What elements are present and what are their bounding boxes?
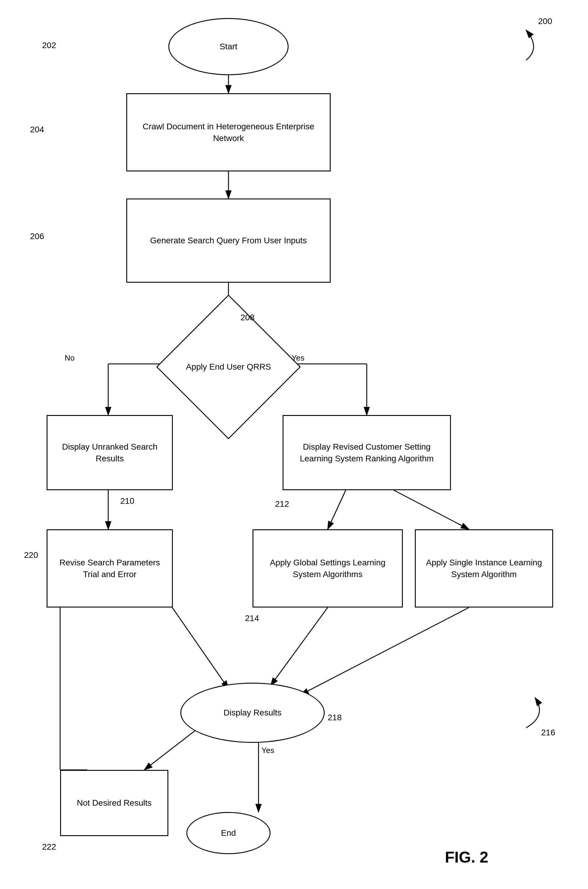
ref-202: 202: [42, 41, 56, 50]
ref-218: 218: [328, 713, 342, 722]
yes-label-diamond: Yes: [292, 353, 304, 363]
unranked-box: Display Unranked Search Results: [46, 415, 173, 490]
display-results-ellipse: Display Results: [180, 683, 325, 743]
ref-222: 222: [42, 842, 56, 852]
start-label: Start: [216, 38, 240, 56]
ref-220: 220: [24, 550, 38, 560]
ref-204: 204: [30, 125, 44, 134]
end-label: End: [218, 824, 239, 842]
not-desired-label: Not Desired Results: [74, 794, 155, 812]
figure-label: FIG. 2: [445, 848, 488, 866]
generate-label: Generate Search Query From User Inputs: [147, 231, 310, 249]
ref-200: 200: [538, 17, 552, 26]
svg-line-10: [394, 490, 469, 529]
single-label: Apply Single Instance Learning System Al…: [416, 554, 552, 583]
global-label: Apply Global Settings Learning System Al…: [254, 554, 402, 583]
svg-line-11: [270, 608, 328, 686]
ref-216: 216: [541, 728, 555, 737]
start-ellipse: Start: [168, 18, 289, 75]
generate-box: Generate Search Query From User Inputs: [126, 198, 331, 283]
ref-214: 214: [245, 614, 259, 623]
not-desired-box: Not Desired Results: [60, 770, 168, 836]
diamond-label: Apply End User QRRS: [183, 358, 274, 375]
end-ellipse: End: [186, 812, 270, 854]
revise-box: Revise Search Parameters Trial and Error: [46, 529, 173, 608]
svg-line-12: [301, 608, 469, 695]
diamond-qrrs: Apply End User QRRS: [156, 295, 301, 439]
revised-label: Display Revised Customer Setting Learnin…: [284, 438, 450, 467]
ref-210: 210: [120, 496, 134, 506]
revised-box: Display Revised Customer Setting Learnin…: [283, 415, 451, 490]
diagram-container: Start 202 200 Crawl Document in Heteroge…: [0, 0, 588, 889]
crawl-label: Crawl Document in Heterogeneous Enterpri…: [127, 117, 330, 147]
ref-212: 212: [275, 499, 289, 509]
display-results-label: Display Results: [220, 704, 285, 721]
crawl-box: Crawl Document in Heterogeneous Enterpri…: [126, 93, 331, 171]
ref-206: 206: [30, 231, 44, 241]
no-label: No: [64, 353, 75, 363]
single-box: Apply Single Instance Learning System Al…: [415, 529, 553, 608]
global-box: Apply Global Settings Learning System Al…: [252, 529, 403, 608]
yes-label-bottom: Yes: [261, 746, 274, 755]
revise-label: Revise Search Parameters Trial and Error: [48, 554, 172, 583]
ref-208: 208: [240, 313, 255, 322]
unranked-label: Display Unranked Search Results: [48, 438, 172, 467]
svg-line-9: [328, 490, 346, 529]
